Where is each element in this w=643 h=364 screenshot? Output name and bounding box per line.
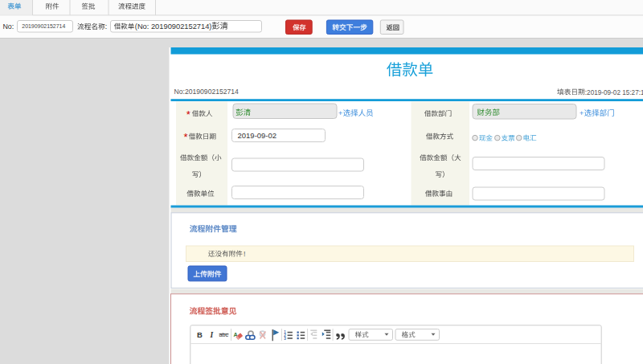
svg-text:(No: 20190902152714): (No: 20190902152714) bbox=[135, 22, 212, 31]
svg-text:abc: abc bbox=[219, 331, 229, 338]
svg-text:B: B bbox=[197, 330, 203, 339]
svg-text:!: ! bbox=[244, 250, 245, 258]
svg-text:No:: No: bbox=[3, 22, 14, 31]
svg-text:I: I bbox=[210, 331, 214, 339]
svg-text:2019-09-02: 2019-09-02 bbox=[238, 131, 277, 140]
svg-text::2019-09-02 15:27:16: :2019-09-02 15:27:16 bbox=[585, 89, 643, 96]
svg-text:*: * bbox=[183, 131, 187, 143]
svg-text:+: + bbox=[338, 108, 343, 117]
svg-text:20190902152714: 20190902152714 bbox=[22, 22, 65, 30]
svg-text:3: 3 bbox=[284, 337, 286, 341]
svg-text:No:20190902152714: No:20190902152714 bbox=[174, 88, 240, 96]
svg-text:*: * bbox=[186, 108, 190, 121]
svg-text:+: + bbox=[580, 108, 584, 117]
svg-text::: : bbox=[105, 22, 107, 31]
